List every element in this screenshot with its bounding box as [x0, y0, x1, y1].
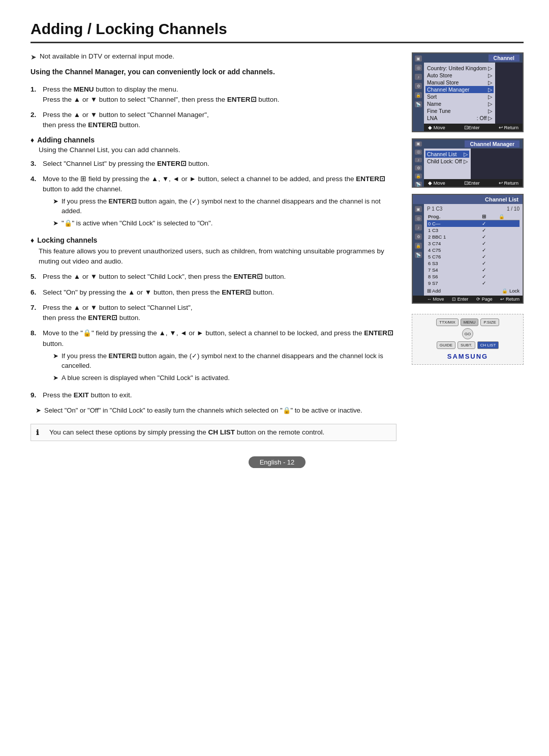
sidebar-icon-2: ◎ — [415, 65, 422, 71]
samsung-logo: SAMSUNG — [447, 353, 488, 360]
note-availability-text: Not available in DTV or external input m… — [40, 52, 174, 60]
channel-list-body: ▣ ◎ ♪ ⚙ 🔒 📡 P 1 C3 1 / 10 Pro — [413, 204, 523, 296]
menu-item-autostore: Auto Store▷ — [427, 72, 492, 79]
remote-row-2: GUIDE SUBT. CH LIST — [437, 341, 499, 349]
cl-sidebar-icon-1: ▣ — [415, 206, 422, 212]
step-4-content: Move to the ⊞ field by pressing the ▲, ▼… — [43, 174, 396, 231]
menu-item-sort: Sort▷ — [427, 93, 492, 100]
sidebar2-icon-3: ♪ — [415, 158, 422, 163]
tv-panel2-content: Channel List▷ Child Lock: Off ▷ — [424, 149, 471, 179]
ch-0-name: 0 C— — [427, 220, 481, 227]
adding-channels-section: ♦ Adding channels Using the Channel List… — [30, 136, 396, 154]
tv-panel-channel: TV Channel ▣ ◎ ♪ ⚙ 🔒 📡 Country: United K… — [412, 52, 524, 132]
sidebar2-icon-6: 📡 — [415, 182, 422, 187]
sidebar-icon-6: 📡 — [415, 101, 422, 107]
channel-row-9: 9 S7✓ — [427, 280, 520, 286]
footer-move-2: ◆ Move — [428, 180, 445, 186]
cl-sidebar-icon-4: ⚙ — [415, 234, 422, 240]
step-1-content: Press the MENU button to display the men… — [43, 84, 396, 105]
cl-footer-move: ↔ Move — [427, 297, 444, 302]
step-3-content: Select "Channel List" by pressing the EN… — [43, 159, 396, 169]
channel-list-title-bar: P 1 C3 1 / 10 — [427, 206, 520, 212]
step-5-content: Press the ▲ or ▼ button to select "Child… — [43, 272, 396, 282]
menu-item-name: Name▷ — [427, 100, 492, 107]
step-9-note: ➤ Select "On" or "Off" in "Child Lock" t… — [36, 406, 396, 416]
sidebar-icon-4: ⚙ — [415, 83, 422, 89]
page-footer: English - 12 — [30, 456, 524, 468]
note-arrow-icon: ➤ — [30, 53, 37, 61]
cl-sidebar-icon-6: 📡 — [415, 252, 422, 258]
channel-list-actions: ⊞ Add 🔒 Lock — [427, 288, 520, 294]
step-8-note2: ➤ A blue screen is displayed when "Child… — [53, 373, 396, 383]
footer-badge: English - 12 — [249, 456, 306, 468]
menu-item-channellist: Channel List▷ — [425, 151, 469, 158]
menu-item-manualstore: Manual Store▷ — [427, 79, 492, 86]
cl-footer-page: ⟳ Page — [476, 297, 493, 302]
note-availability: ➤ Not available in DTV or external input… — [30, 52, 396, 61]
tv-panel1-header: Channel — [489, 54, 520, 62]
channel-list-header: Channel List — [413, 195, 523, 204]
ch-0-lock — [498, 220, 520, 227]
cl-footer-return: ↩ Return — [500, 297, 520, 302]
channel-row-4: 4 C75✓ — [427, 247, 520, 253]
info-icon: ℹ — [36, 428, 45, 437]
remote-btn-chlist[interactable]: CH LIST — [477, 341, 499, 349]
footer-return-1: ↩ Return — [499, 125, 518, 130]
tv-panel1-footer: ◆ Move ⊡Enter ↩ Return — [413, 124, 523, 131]
remote-btn-menu: MENU — [461, 318, 479, 326]
locking-channels-heading: ♦ Locking channels — [30, 236, 396, 244]
step-4-note1: ➤ If you press the ENTER⊡ button again, … — [53, 197, 396, 216]
locking-channels-section: ♦ Locking channels This feature allows y… — [30, 236, 396, 267]
adding-channels-desc: Using the Channel List, you can add chan… — [39, 146, 396, 154]
channel-list-footer: ↔ Move ⊡ Enter ⟳ Page ↩ Return — [413, 296, 523, 303]
locking-channels-desc: This feature allows you to prevent unaut… — [39, 246, 396, 267]
menu-item-lna: LNA: Off ▷ — [427, 114, 492, 122]
channel-table-header: Prog. ⊞ 🔒 — [427, 213, 520, 220]
right-column: TV Channel ▣ ◎ ♪ ⚙ 🔒 📡 Country: United K… — [412, 52, 524, 441]
step-2-content: Press the ▲ or ▼ button to select "Chann… — [43, 110, 396, 131]
channel-row-6: 6 S3✓ — [427, 260, 520, 267]
channel-list-sidebar: ▣ ◎ ♪ ⚙ 🔒 📡 — [413, 204, 424, 296]
footer-move-1: ◆ Move — [428, 125, 445, 130]
intro-text: Using the Channel Manager, you can conve… — [30, 67, 396, 77]
step-7-content: Press the ▲ or ▼ button to select "Chann… — [43, 303, 396, 324]
tv-sidebar-1: ▣ ◎ ♪ ⚙ 🔒 📡 — [413, 53, 424, 131]
remote-btn-subt: SUBT. — [458, 341, 475, 349]
step-4: 4. Move to the ⊞ field by pressing the ▲… — [30, 174, 396, 231]
step-8: 8. Move to the "🔒" field by pressing the… — [30, 328, 396, 385]
channel-label: P 1 C3 — [427, 206, 442, 212]
sidebar2-icon-5: 🔒 — [415, 173, 422, 179]
sidebar-icon-1: ▣ — [415, 55, 422, 62]
left-column: ➤ Not available in DTV or external input… — [30, 52, 396, 441]
tv-panel2-body: ▣ ◎ ♪ ⚙ 🔒 📡 Channel List▷ Child Lock: Of… — [413, 149, 523, 179]
step-1: 1. Press the MENU button to display the … — [30, 84, 396, 105]
step-2: 2. Press the ▲ or ▼ button to select "Ch… — [30, 110, 396, 131]
channel-list-content: P 1 C3 1 / 10 Prog. ⊞ 🔒 — [424, 204, 523, 296]
footer-enter-2: ⊡Enter — [464, 180, 480, 186]
arrow-icon: ➤ — [53, 197, 58, 216]
bottom-note-box: ℹ You can select these options by simply… — [30, 424, 396, 441]
channel-row-1: 1 C3✓ — [427, 227, 520, 234]
remote-btn-ttxmix: TTX/MIX — [436, 318, 459, 326]
menu-item-finetune: Fine Tune▷ — [427, 107, 492, 114]
step-8-number: 8. — [30, 328, 39, 385]
sidebar2-icon-1: ▣ — [415, 141, 422, 147]
step-9: 9. Press the EXIT button to exit. — [30, 390, 396, 400]
cl-footer-enter: ⊡ Enter — [452, 297, 468, 302]
remote-control-panel: TTX/MIX MENU P.SIZE GO GUIDE SUBT. CH LI… — [412, 314, 524, 365]
sidebar-icon-5: 🔒 — [415, 92, 422, 98]
page-title: Adding / Locking Channels — [30, 20, 524, 43]
bottom-note-text: You can select these options by simply p… — [49, 428, 324, 436]
channel-row-7: 7 S4✓ — [427, 267, 520, 273]
step-5: 5. Press the ▲ or ▼ button to select "Ch… — [30, 272, 396, 282]
step-6-content: Select "On" by pressing the ▲ or ▼ butto… — [43, 287, 396, 298]
channel-table: Prog. ⊞ 🔒 0 C— ✓ — [427, 213, 520, 286]
tv-panel-channellist: Channel List ▣ ◎ ♪ ⚙ 🔒 📡 P 1 C3 1 / 10 — [412, 194, 524, 304]
step-4-note2: ➤ "🔒" is active when "Child Lock" is sel… — [53, 219, 396, 228]
menu-item-childlock: Child Lock: Off ▷ — [427, 158, 468, 165]
diamond-icon-2: ♦ — [30, 236, 34, 244]
remote-btn-guide: GUIDE — [437, 341, 455, 349]
col-add: ⊞ — [481, 213, 497, 220]
arrow-icon-5: ➤ — [36, 406, 41, 416]
footer-return-2: ↩ Return — [499, 180, 518, 186]
